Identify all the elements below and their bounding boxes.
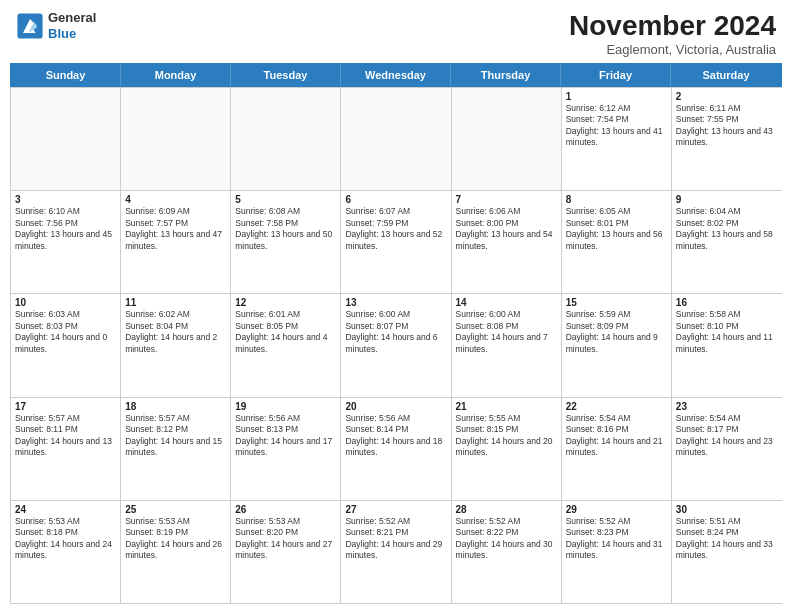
day-number: 2 [676, 91, 778, 102]
day-info: Sunrise: 5:52 AMSunset: 8:21 PMDaylight:… [345, 516, 446, 562]
calendar-cell: 16Sunrise: 5:58 AMSunset: 8:10 PMDayligh… [672, 294, 782, 396]
calendar-cell: 22Sunrise: 5:54 AMSunset: 8:16 PMDayligh… [562, 398, 672, 500]
calendar: SundayMondayTuesdayWednesdayThursdayFrid… [0, 63, 792, 612]
calendar-cell: 6Sunrise: 6:07 AMSunset: 7:59 PMDaylight… [341, 191, 451, 293]
weekday-header: Monday [121, 64, 231, 86]
month-title: November 2024 [569, 10, 776, 42]
calendar-cell: 15Sunrise: 5:59 AMSunset: 8:09 PMDayligh… [562, 294, 672, 396]
weekday-header: Thursday [451, 64, 561, 86]
weekday-header: Sunday [11, 64, 121, 86]
day-number: 5 [235, 194, 336, 205]
calendar-cell: 25Sunrise: 5:53 AMSunset: 8:19 PMDayligh… [121, 501, 231, 603]
logo-icon [16, 12, 44, 40]
calendar-row: 17Sunrise: 5:57 AMSunset: 8:11 PMDayligh… [11, 397, 782, 500]
calendar-cell: 17Sunrise: 5:57 AMSunset: 8:11 PMDayligh… [11, 398, 121, 500]
day-number: 23 [676, 401, 778, 412]
day-info: Sunrise: 6:03 AMSunset: 8:03 PMDaylight:… [15, 309, 116, 355]
day-number: 10 [15, 297, 116, 308]
day-number: 13 [345, 297, 446, 308]
day-number: 4 [125, 194, 226, 205]
day-number: 11 [125, 297, 226, 308]
day-number: 30 [676, 504, 778, 515]
day-number: 3 [15, 194, 116, 205]
calendar-cell: 29Sunrise: 5:52 AMSunset: 8:23 PMDayligh… [562, 501, 672, 603]
logo: General Blue [16, 10, 96, 41]
calendar-cell [452, 88, 562, 190]
weekday-header: Wednesday [341, 64, 451, 86]
day-number: 14 [456, 297, 557, 308]
day-info: Sunrise: 6:12 AMSunset: 7:54 PMDaylight:… [566, 103, 667, 149]
day-number: 16 [676, 297, 778, 308]
weekday-header: Friday [561, 64, 671, 86]
day-info: Sunrise: 5:53 AMSunset: 8:20 PMDaylight:… [235, 516, 336, 562]
calendar-cell: 10Sunrise: 6:03 AMSunset: 8:03 PMDayligh… [11, 294, 121, 396]
logo-text: General Blue [48, 10, 96, 41]
day-info: Sunrise: 6:07 AMSunset: 7:59 PMDaylight:… [345, 206, 446, 252]
day-number: 12 [235, 297, 336, 308]
calendar-cell: 24Sunrise: 5:53 AMSunset: 8:18 PMDayligh… [11, 501, 121, 603]
day-number: 9 [676, 194, 778, 205]
title-block: November 2024 Eaglemont, Victoria, Austr… [569, 10, 776, 57]
day-info: Sunrise: 6:00 AMSunset: 8:07 PMDaylight:… [345, 309, 446, 355]
day-info: Sunrise: 6:00 AMSunset: 8:08 PMDaylight:… [456, 309, 557, 355]
day-info: Sunrise: 5:58 AMSunset: 8:10 PMDaylight:… [676, 309, 778, 355]
day-number: 25 [125, 504, 226, 515]
day-number: 8 [566, 194, 667, 205]
day-number: 28 [456, 504, 557, 515]
calendar-cell: 21Sunrise: 5:55 AMSunset: 8:15 PMDayligh… [452, 398, 562, 500]
calendar-row: 1Sunrise: 6:12 AMSunset: 7:54 PMDaylight… [11, 87, 782, 190]
calendar-cell: 12Sunrise: 6:01 AMSunset: 8:05 PMDayligh… [231, 294, 341, 396]
day-info: Sunrise: 5:54 AMSunset: 8:17 PMDaylight:… [676, 413, 778, 459]
day-info: Sunrise: 5:55 AMSunset: 8:15 PMDaylight:… [456, 413, 557, 459]
calendar-cell [231, 88, 341, 190]
calendar-cell [341, 88, 451, 190]
day-info: Sunrise: 6:09 AMSunset: 7:57 PMDaylight:… [125, 206, 226, 252]
calendar-cell: 23Sunrise: 5:54 AMSunset: 8:17 PMDayligh… [672, 398, 782, 500]
calendar-cell: 20Sunrise: 5:56 AMSunset: 8:14 PMDayligh… [341, 398, 451, 500]
day-info: Sunrise: 5:57 AMSunset: 8:12 PMDaylight:… [125, 413, 226, 459]
day-info: Sunrise: 5:59 AMSunset: 8:09 PMDaylight:… [566, 309, 667, 355]
day-info: Sunrise: 5:53 AMSunset: 8:19 PMDaylight:… [125, 516, 226, 562]
calendar-cell: 3Sunrise: 6:10 AMSunset: 7:56 PMDaylight… [11, 191, 121, 293]
day-info: Sunrise: 5:56 AMSunset: 8:13 PMDaylight:… [235, 413, 336, 459]
logo-line2: Blue [48, 26, 76, 41]
day-number: 1 [566, 91, 667, 102]
calendar-cell: 4Sunrise: 6:09 AMSunset: 7:57 PMDaylight… [121, 191, 231, 293]
header: General Blue November 2024 Eaglemont, Vi… [0, 0, 792, 63]
logo-line1: General [48, 10, 96, 26]
day-number: 22 [566, 401, 667, 412]
calendar-cell: 7Sunrise: 6:06 AMSunset: 8:00 PMDaylight… [452, 191, 562, 293]
day-info: Sunrise: 6:08 AMSunset: 7:58 PMDaylight:… [235, 206, 336, 252]
calendar-cell: 27Sunrise: 5:52 AMSunset: 8:21 PMDayligh… [341, 501, 451, 603]
location: Eaglemont, Victoria, Australia [569, 42, 776, 57]
day-number: 29 [566, 504, 667, 515]
day-number: 17 [15, 401, 116, 412]
weekday-header: Tuesday [231, 64, 341, 86]
day-info: Sunrise: 6:06 AMSunset: 8:00 PMDaylight:… [456, 206, 557, 252]
day-info: Sunrise: 5:57 AMSunset: 8:11 PMDaylight:… [15, 413, 116, 459]
day-info: Sunrise: 5:52 AMSunset: 8:22 PMDaylight:… [456, 516, 557, 562]
calendar-cell: 8Sunrise: 6:05 AMSunset: 8:01 PMDaylight… [562, 191, 672, 293]
day-info: Sunrise: 6:02 AMSunset: 8:04 PMDaylight:… [125, 309, 226, 355]
day-number: 19 [235, 401, 336, 412]
calendar-cell: 9Sunrise: 6:04 AMSunset: 8:02 PMDaylight… [672, 191, 782, 293]
day-info: Sunrise: 5:51 AMSunset: 8:24 PMDaylight:… [676, 516, 778, 562]
calendar-body: 1Sunrise: 6:12 AMSunset: 7:54 PMDaylight… [10, 87, 782, 604]
calendar-cell: 14Sunrise: 6:00 AMSunset: 8:08 PMDayligh… [452, 294, 562, 396]
day-number: 21 [456, 401, 557, 412]
day-number: 20 [345, 401, 446, 412]
calendar-cell [11, 88, 121, 190]
day-number: 15 [566, 297, 667, 308]
calendar-cell: 5Sunrise: 6:08 AMSunset: 7:58 PMDaylight… [231, 191, 341, 293]
calendar-cell: 2Sunrise: 6:11 AMSunset: 7:55 PMDaylight… [672, 88, 782, 190]
day-number: 27 [345, 504, 446, 515]
day-info: Sunrise: 6:01 AMSunset: 8:05 PMDaylight:… [235, 309, 336, 355]
calendar-cell [121, 88, 231, 190]
day-info: Sunrise: 6:11 AMSunset: 7:55 PMDaylight:… [676, 103, 778, 149]
page: General Blue November 2024 Eaglemont, Vi… [0, 0, 792, 612]
calendar-cell: 28Sunrise: 5:52 AMSunset: 8:22 PMDayligh… [452, 501, 562, 603]
calendar-cell: 13Sunrise: 6:00 AMSunset: 8:07 PMDayligh… [341, 294, 451, 396]
day-info: Sunrise: 5:52 AMSunset: 8:23 PMDaylight:… [566, 516, 667, 562]
day-info: Sunrise: 6:05 AMSunset: 8:01 PMDaylight:… [566, 206, 667, 252]
calendar-cell: 30Sunrise: 5:51 AMSunset: 8:24 PMDayligh… [672, 501, 782, 603]
